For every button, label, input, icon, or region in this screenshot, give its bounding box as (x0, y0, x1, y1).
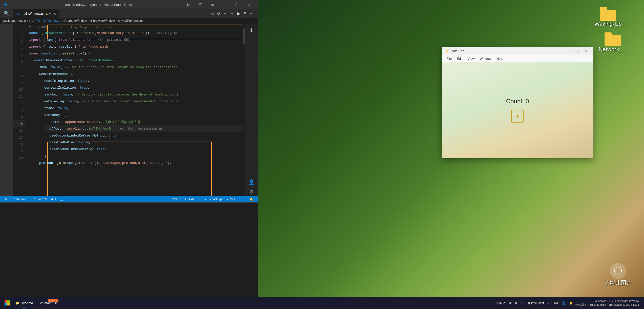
breadcrumb-webpreferences[interactable]: ⚙ webPreferences (118, 19, 143, 23)
breadcrumb-packages[interactable]: packages (3, 19, 16, 23)
go-back-btn[interactable]: ← (222, 10, 228, 17)
line-num-20: 20 (13, 154, 25, 161)
taskbar-app-ryonmd[interactable]: 📁 Ryonmd (13, 298, 35, 308)
vite-minimize-btn[interactable]: ─ (566, 48, 574, 55)
account-icon[interactable]: 👤 (247, 178, 256, 186)
tab-close-btn[interactable]: ✕ (53, 12, 56, 16)
breadcrumb-createwindow[interactable]: ⬡ createWindow (64, 19, 87, 23)
split-editor-btn[interactable]: ⧉ (182, 0, 194, 9)
vite-close-btn[interactable]: ✕ (583, 48, 590, 55)
line-num-2: 2 (13, 31, 25, 38)
search-icon[interactable]: 🔍 (4, 11, 9, 16)
minimize-btn[interactable]: ─ (219, 0, 230, 9)
breadcrumb-src[interactable]: src (29, 19, 33, 23)
git-blame-bar: You, 1分钟前 | 2 authors (Fang Yongrui and … (25, 25, 242, 30)
language-name: TypeScript (208, 198, 223, 201)
desktop-icon-label-waking-up: Waking-Up (594, 21, 622, 27)
taskbar-spaces[interactable]: 空格: 2 (495, 301, 506, 305)
line-num-9: 9 (13, 79, 25, 86)
code-line-5: const browserWindow = new BrowserWindow … (30, 57, 242, 64)
line-num-3: 3 (13, 38, 25, 45)
customize-layout-btn[interactable]: ⊞ (207, 0, 218, 9)
statusbar-git-branch[interactable]: ⎇ main* ↻ (29, 196, 49, 202)
active-tab[interactable]: TS mainWindow.ts 1, M ✕ (13, 9, 59, 18)
statusbar-encoding[interactable]: UTF-8 (183, 196, 196, 202)
warning-icon: ⊗ (51, 198, 54, 201)
line-num-5: 5 (13, 52, 25, 59)
branch-name: Ryonmd (16, 198, 27, 201)
vite-titlebar: ⚡ Vite App ─ □ ✕ (442, 47, 593, 55)
git-branch-name: main* (36, 198, 44, 201)
more-actions-btn[interactable]: ⋯ (249, 10, 255, 17)
folder-top (600, 7, 607, 10)
taskbar-filesize[interactable]: 2.78 KB (546, 301, 559, 305)
taskbar-line-ending[interactable]: LF (519, 301, 526, 305)
undo-btn[interactable]: ↺ (216, 10, 221, 17)
toggle-changes-btn[interactable]: ⇄ (209, 10, 215, 17)
line-num-16: 16 (13, 127, 25, 134)
editor-scrollbar[interactable] (242, 24, 245, 196)
vite-maximize-btn[interactable]: □ (574, 48, 582, 55)
breadcrumb-nav-icon[interactable]: ⊕ (247, 26, 256, 34)
statusbar: ✕ ⎇ Ryonmd ⎇ main* ↻ ⊗ 1 △ 0 空格: 2 UTF-8… (0, 196, 258, 202)
breadcrumb-main[interactable]: main (19, 19, 26, 23)
line-num-19: 19 (13, 148, 25, 154)
taskbar-encoding[interactable]: UTF-8 (507, 301, 518, 305)
line-num-12: 12 (13, 100, 25, 107)
taskbar-app-main[interactable]: ⎇ main* ↻ ⊗ 1 △ 0 (36, 298, 59, 308)
statusbar-error-icon[interactable]: ✕ (3, 196, 9, 202)
svg-rect-2 (5, 303, 7, 305)
statusbar-language[interactable]: {} TypeScript (203, 196, 225, 202)
vite-menu-file[interactable]: File (444, 56, 454, 61)
desktop-icon-learn[interactable]: ⓘ 了解此图片 (602, 261, 634, 289)
code-line-10: sandbox : false , // Sandbox disabled be… (40, 91, 242, 98)
taskbar-notifications[interactable]: 🔔 (568, 301, 574, 305)
line-num-11: 11 (13, 93, 25, 100)
taskbar-language[interactable]: {} TypeScript (527, 301, 545, 305)
vite-menu-view[interactable]: View (465, 56, 477, 61)
breadcrumb-ts-file[interactable]: TS mainWindow.ts (36, 19, 61, 23)
line-num-10: 10 (13, 86, 25, 93)
statusbar-filesize[interactable]: 2.78 KB (225, 196, 240, 202)
vite-increment-button[interactable]: + (511, 110, 524, 123)
folder-icon (600, 7, 616, 21)
typescript-icon: {} (205, 198, 207, 201)
statusbar-warning[interactable]: ⊗ 1 (49, 196, 58, 202)
code-line-2: import { app } from 'electron' ; 454 (gz… (25, 36, 242, 43)
statusbar-account[interactable]: 👤 (240, 196, 247, 202)
code-editor[interactable]: You, 1分钟前 | 2 authors (Fang Yongrui and … (25, 24, 242, 196)
go-forward-btn[interactable]: → (229, 10, 235, 17)
win11-line1: Windows 11 专业版 Insider Preview (575, 299, 639, 303)
line-num-13: 13 (13, 107, 25, 113)
taskbar-start-button[interactable] (3, 298, 12, 307)
git-branch-app-icon: ⎇ (39, 301, 43, 305)
line-num-15: 15 (13, 120, 25, 127)
statusbar-spaces[interactable]: 空格: 2 (169, 196, 183, 202)
windows-logo-icon (5, 300, 10, 305)
code-line-14: theme : 'appearance-based' , //使用基于外观的模糊… (45, 119, 242, 125)
statusbar-branch[interactable]: ⎇ Ryonmd (9, 196, 29, 202)
breadcrumb-browserwindow[interactable]: ◉ browserWindow (90, 19, 115, 23)
svg-rect-3 (7, 303, 10, 305)
code-line-18: disableOnBlurRendering : false , (45, 146, 242, 153)
statusbar-notifications[interactable]: 🔔 (247, 196, 255, 202)
vite-menu-edit[interactable]: Edit (454, 56, 465, 61)
folder-body (600, 10, 616, 21)
vite-menu-help[interactable]: Help (494, 56, 506, 61)
toggle-primary-sidebar-btn[interactable]: ☰ (195, 0, 206, 9)
right-sidebar: ⊕ 👤 ⚙ (245, 24, 258, 196)
desktop-icon-waking-up[interactable]: Waking-Up (592, 5, 624, 29)
vite-menu-window[interactable]: Window (477, 56, 494, 61)
line-num-18: 18 (13, 141, 25, 148)
git-icon: ⎇ (31, 198, 35, 201)
desktop-icon-network[interactable]: Network_... (597, 30, 629, 55)
vite-menubar: File Edit View Window Help (442, 55, 593, 62)
statusbar-line-ending[interactable]: LF (196, 196, 203, 202)
maximize-btn[interactable]: □ (231, 0, 243, 9)
taskbar-account[interactable]: 👤 (560, 301, 567, 305)
run-btn[interactable]: ▶ (236, 10, 241, 17)
settings-icon[interactable]: ⚙ (247, 187, 256, 196)
split-right-btn[interactable]: ⊟ (242, 10, 248, 17)
close-btn[interactable]: ✕ (243, 0, 255, 9)
statusbar-errors[interactable]: △ 0 (58, 196, 68, 202)
